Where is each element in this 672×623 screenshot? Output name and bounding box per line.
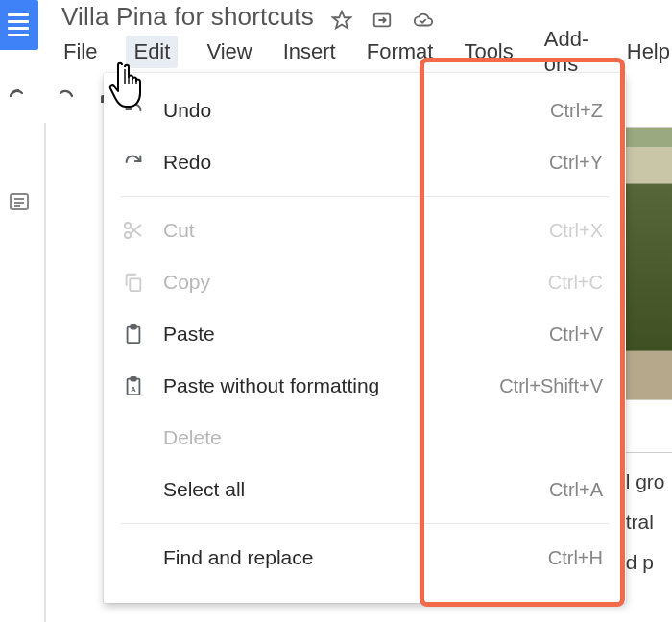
menu-separator — [121, 196, 609, 197]
copy-icon — [119, 271, 148, 294]
svg-rect-10 — [130, 278, 140, 291]
menu-item-shortcut: Ctrl+A — [549, 479, 603, 501]
menu-item-delete: Delete — [104, 412, 626, 464]
clipboard-a-icon: A — [119, 373, 148, 398]
menu-item-label: Delete — [163, 426, 603, 449]
menu-view[interactable]: View — [204, 36, 253, 68]
doc-title[interactable]: Villa Pina for shortcuts — [61, 4, 314, 31]
edit-menu-dropdown: Undo Ctrl+Z Redo Ctrl+Y Cut Ctrl+X Copy … — [104, 73, 626, 603]
hand-cursor-icon — [108, 56, 152, 115]
left-rail — [0, 123, 46, 622]
menu-item-paste[interactable]: Paste Ctrl+V — [104, 308, 626, 360]
title-actions — [331, 10, 435, 31]
menu-help[interactable]: Help — [625, 36, 672, 68]
menu-tools[interactable]: Tools — [462, 36, 515, 68]
svg-rect-14 — [131, 377, 136, 381]
menu-bar: File Edit View Insert Format Tools Add-o… — [0, 31, 672, 73]
menu-item-shortcut: Ctrl+C — [548, 272, 603, 294]
menu-item-find-and-replace[interactable]: Find and replace Ctrl+H — [104, 532, 626, 584]
menu-separator — [121, 523, 609, 524]
menu-item-shortcut: Ctrl+Z — [550, 100, 603, 122]
menu-item-copy[interactable]: Copy Ctrl+C — [104, 256, 626, 308]
menu-file[interactable]: File — [61, 36, 99, 68]
svg-rect-12 — [131, 325, 136, 329]
outline-icon[interactable] — [6, 190, 33, 217]
svg-text:A: A — [131, 385, 136, 394]
scissors-icon — [119, 219, 148, 242]
menu-item-cut[interactable]: Cut Ctrl+X — [104, 204, 626, 256]
menu-item-paste-without-formatting[interactable]: A Paste without formatting Ctrl+Shift+V — [104, 360, 626, 412]
menu-insert[interactable]: Insert — [281, 36, 338, 68]
menu-item-shortcut: Ctrl+X — [549, 220, 603, 242]
star-icon[interactable] — [331, 10, 352, 31]
clipboard-icon — [119, 322, 148, 347]
menu-item-shortcut: Ctrl+Shift+V — [499, 375, 603, 397]
menu-item-shortcut: Ctrl+Y — [549, 152, 603, 174]
menu-item-label: Find and replace — [163, 546, 533, 569]
menu-item-label: Copy — [163, 271, 533, 294]
title-bar: Villa Pina for shortcuts — [0, 0, 672, 31]
menu-format[interactable]: Format — [365, 36, 436, 68]
svg-marker-0 — [333, 12, 350, 28]
undo-toolbar-icon[interactable] — [6, 85, 31, 110]
menu-item-shortcut: Ctrl+V — [549, 323, 603, 346]
menu-item-label: Paste — [163, 323, 534, 346]
menu-addons[interactable]: Add-ons — [542, 23, 598, 81]
menu-item-label: Cut — [163, 219, 534, 242]
menu-item-label: Select all — [163, 478, 534, 501]
redo-toolbar-icon[interactable] — [52, 85, 77, 110]
cloud-status-icon[interactable] — [412, 10, 435, 31]
redo-icon — [119, 152, 148, 173]
menu-item-label: Paste without formatting — [163, 374, 484, 397]
menu-item-select-all[interactable]: Select all Ctrl+A — [104, 464, 626, 515]
menu-item-undo[interactable]: Undo Ctrl+Z — [104, 84, 626, 136]
menu-item-label: Undo — [163, 99, 535, 122]
menu-item-redo[interactable]: Redo Ctrl+Y — [104, 136, 626, 188]
menu-item-label: Redo — [163, 151, 534, 174]
move-icon[interactable] — [372, 10, 393, 31]
menu-item-shortcut: Ctrl+H — [548, 547, 603, 569]
